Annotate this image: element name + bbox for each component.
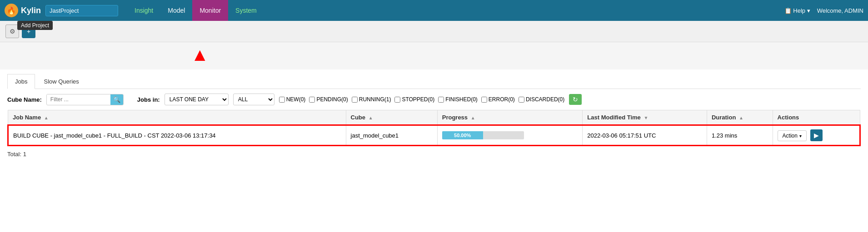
project-select[interactable]: JastProject: [45, 5, 118, 16]
nav-item-model[interactable]: Model: [160, 0, 192, 21]
brand-icon: 🔥: [5, 4, 18, 17]
action-button[interactable]: Action ▾: [778, 130, 807, 141]
th-last-modified: Last Modified Time ▼: [583, 110, 707, 125]
cell-actions: Action ▾ ▶: [773, 125, 860, 146]
checkbox-new[interactable]: NEW(0): [279, 96, 306, 103]
action-label: Action: [783, 133, 798, 139]
red-arrow-indicator: ▲: [191, 44, 209, 65]
navbar-right: 📋 Help ▾ Welcome, ADMIN: [784, 7, 863, 14]
cell-cube: jast_model_cube1: [346, 125, 437, 146]
th-progress: Progress ▲: [437, 110, 583, 125]
progress-label: 50.00%: [454, 133, 471, 138]
checkbox-discarded[interactable]: DISCARDED(0): [519, 96, 564, 103]
checkbox-pending[interactable]: PENDING(0): [309, 96, 348, 103]
sort-job-name-icon[interactable]: ▲: [44, 115, 49, 120]
action-caret-icon: ▾: [799, 133, 802, 138]
table-header-row: Job Name ▲ Cube ▲ Progress ▲ Last Modifi…: [8, 110, 860, 125]
toolbar: ⚙ +: [0, 21, 868, 42]
checkbox-error[interactable]: ERROR(0): [481, 96, 515, 103]
tab-jobs[interactable]: Jobs: [7, 74, 35, 89]
th-cube: Cube ▲: [346, 110, 437, 125]
job-table: Job Name ▲ Cube ▲ Progress ▲ Last Modifi…: [7, 110, 861, 146]
cell-last-modified: 2022-03-06 05:17:51 UTC: [583, 125, 707, 146]
cell-job-name: BUILD CUBE - jast_model_cube1 - FULL_BUI…: [8, 125, 346, 146]
nav-items: Insight Model Monitor System: [127, 0, 784, 21]
status-checkboxes: NEW(0) PENDING(0) RUNNING(1) STOPPED(0) …: [279, 96, 565, 103]
status-select[interactable]: ALL NEW PENDING RUNNING FINISHED ERROR: [233, 94, 274, 105]
brand: 🔥 Kylin: [5, 4, 41, 17]
tooltip-add-project: Add Project: [17, 21, 53, 30]
cube-name-input[interactable]: [47, 94, 110, 104]
progress-bar-wrap: 50.00%: [442, 131, 524, 139]
table-row: BUILD CUBE - jast_model_cube1 - FULL_BUI…: [8, 125, 860, 146]
cube-name-filter-wrap: 🔍: [46, 94, 124, 105]
help-link[interactable]: 📋 Help ▾: [784, 7, 810, 14]
main-content: Jobs Slow Queries Cube Name: 🔍 Jobs in: …: [0, 69, 868, 232]
filter-bar: Cube Name: 🔍 Jobs in: LAST ONE DAY LAST …: [7, 89, 861, 110]
search-icon[interactable]: 🔍: [110, 94, 123, 105]
th-actions: Actions: [773, 110, 860, 125]
welcome-text: Welcome, ADMIN: [817, 7, 863, 14]
checkbox-finished[interactable]: FINISHED(0): [438, 96, 478, 103]
nav-item-monitor[interactable]: Monitor: [192, 0, 228, 21]
nav-item-system[interactable]: System: [228, 0, 264, 21]
tabs: Jobs Slow Queries: [7, 69, 861, 89]
cell-duration: 1.23 mins: [707, 125, 773, 146]
jobs-in-label: Jobs in:: [137, 96, 160, 103]
navbar: 🔥 Kylin JastProject Insight Model Monito…: [0, 0, 868, 21]
tab-slow-queries[interactable]: Slow Queries: [36, 74, 86, 89]
th-job-name: Job Name ▲: [8, 110, 346, 125]
progress-bar-fill: 50.00%: [442, 131, 483, 139]
sort-cube-icon[interactable]: ▲: [369, 115, 373, 120]
detail-button[interactable]: ▶: [810, 129, 823, 141]
arrow-container: ▲: [0, 42, 868, 69]
jobs-in-select[interactable]: LAST ONE DAY LAST ONE WEEK LAST ONE MONT…: [165, 94, 229, 105]
brand-name: Kylin: [21, 6, 41, 15]
progress-bar-bg: 50.00%: [442, 131, 524, 139]
checkbox-running[interactable]: RUNNING(1): [352, 96, 391, 103]
refresh-button[interactable]: ↻: [569, 94, 582, 105]
total-text: Total: 1: [7, 146, 861, 162]
checkbox-stopped[interactable]: STOPPED(0): [394, 96, 434, 103]
sort-progress-icon[interactable]: ▲: [471, 115, 475, 120]
th-duration: Duration ▲: [707, 110, 773, 125]
cube-name-label: Cube Name:: [7, 96, 42, 103]
nav-item-insight[interactable]: Insight: [127, 0, 160, 21]
sort-duration-icon[interactable]: ▲: [739, 115, 743, 120]
sort-last-modified-icon[interactable]: ▼: [644, 115, 648, 120]
cell-progress: 50.00%: [437, 125, 583, 146]
